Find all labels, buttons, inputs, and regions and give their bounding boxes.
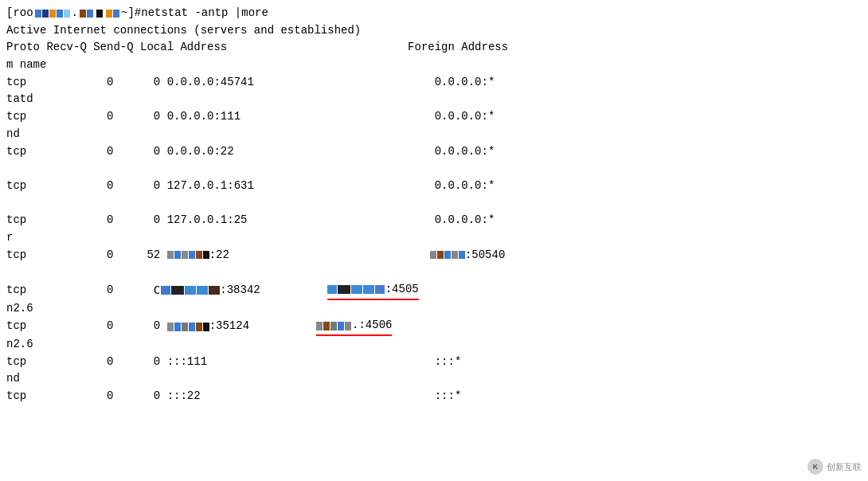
row-spacer [6,160,862,178]
foreign-port: :50540 [465,247,505,264]
table-row: tcp 0 0 :::22 :::* [6,388,862,405]
row-extra: r [6,229,862,247]
foreign-port-4505: :4505 [385,281,419,299]
table-row: tcp 0 0 :35124 .:4506 [6,317,862,336]
hostname-pixels3 [96,10,103,18]
table-row: tcp 0 0 :::111 :::* [6,354,862,371]
table-row: tcp 0 0 127.0.0.1:631 0.0.0.0:* [6,178,862,195]
foreign-port-4506: .:4506 [352,317,392,334]
row-extra: tatd [6,91,862,108]
watermark: K 创新互联 [807,459,862,475]
table-row: tcp 0 C :38342 :4505 [6,281,862,300]
table-row: tcp 0 0 127.0.0.1:25 0.0.0.0:* [6,212,862,229]
row-extra: n2.6 [6,336,862,354]
col-extra: m name [6,57,862,74]
local-port-38342: :38342 [220,282,326,299]
row-spacer [6,264,862,281]
proto: tcp 0 0 [6,318,167,335]
prompt-bracket: [roo [6,5,33,22]
hostname-pixels [35,10,70,18]
hostname-pixels2 [80,10,93,18]
foreign-underlined2: .:4506 [316,317,392,336]
prompt-line: [roo . ~]# netstat -antp |more [6,5,862,22]
table-row: tcp 0 0 0.0.0.0:111 0.0.0.0:* [6,108,862,126]
row-spacer [6,195,862,213]
foreign-underlined: :4505 [327,281,419,300]
hostname-pixels4 [106,10,119,18]
table-row: tcp 0 0 0.0.0.0:22 0.0.0.0:* [6,143,862,161]
row-extra: nd [6,126,862,143]
row-extra: nd [6,370,862,388]
sendq-special: C [154,282,220,299]
foreign-ip-pixels [430,251,465,259]
terminal-window: [roo . ~]# netstat -antp |more Active In… [0,0,868,481]
active-line: Active Internet connections (servers and… [6,22,862,40]
row-extra: n2.6 [6,300,862,318]
local-ip-pixels [167,251,209,259]
proto: tcp 0 52 [6,247,167,264]
watermark-icon: K [807,459,823,475]
local-ip-pixels2 [167,323,209,331]
watermark-icon-letter: K [813,463,819,471]
header-line: Proto Recv-Q Send-Q Local Address Foreig… [6,39,862,57]
table-row: tcp 0 52 :22 :50540 [6,247,862,264]
proto: tcp 0 [6,282,154,299]
prompt-suffix: ~]# [121,5,141,22]
local-port-35124: :35124 [209,318,316,335]
watermark-label: 创新互联 [827,461,862,473]
local-port: :22 [209,247,430,264]
command-text: netstat -antp |more [141,5,268,22]
prompt-dot: . [72,5,78,22]
table-row: tcp 0 0 0.0.0.0:45741 0.0.0.0:* [6,74,862,92]
